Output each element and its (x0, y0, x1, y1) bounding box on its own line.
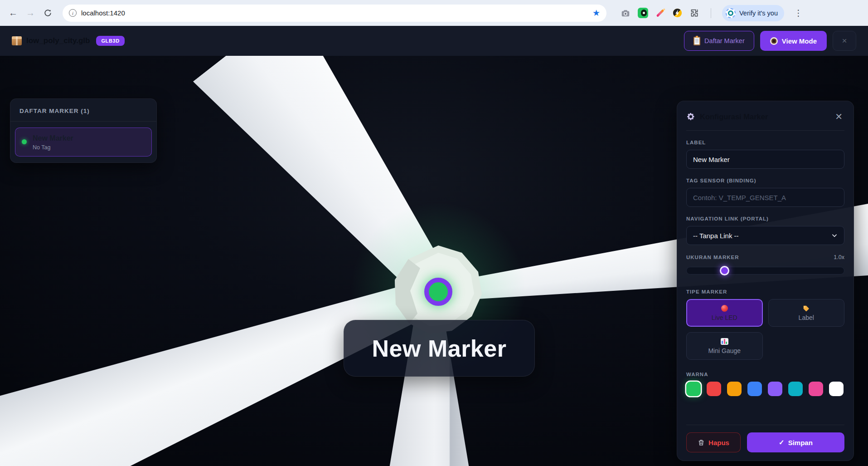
lightning-icon (672, 8, 683, 18)
camera-icon (621, 8, 630, 18)
header-close-button[interactable]: × (833, 31, 856, 51)
tag-sensor-input[interactable] (686, 188, 844, 207)
color-swatch-4[interactable] (768, 382, 782, 396)
navigation-link-value: -- Tanpa Link -- (693, 232, 739, 240)
camera-extension-icon[interactable] (620, 8, 631, 19)
color-swatch-5[interactable] (788, 382, 803, 396)
back-button[interactable]: ← (5, 5, 21, 21)
header-actions: Daftar Marker View Mode × (684, 31, 856, 51)
trash-icon (698, 439, 705, 446)
marker-list-item[interactable]: New Marker No Tag (15, 128, 152, 157)
nav-field-label: NAVIGATION LINK (PORTAL) (686, 216, 844, 221)
forward-button[interactable]: → (23, 5, 38, 21)
marker-config-panel: Konfigurasi Marker ✕ LABEL TAG SENSOR (B… (677, 101, 854, 461)
color-swatch-6[interactable] (809, 382, 823, 396)
green-extension-glyph (638, 8, 648, 18)
profile-avatar-icon (726, 8, 736, 18)
site-info-icon[interactable]: i (69, 9, 77, 17)
extensions-area: Verify it's you ⋮ (620, 5, 806, 21)
view-mode-label: View Mode (782, 37, 817, 45)
color-swatch-1[interactable] (707, 382, 721, 396)
type-live-led-label: Live LED (712, 314, 737, 321)
delete-button[interactable]: Hapus (686, 432, 741, 452)
type-grid: Live LED Label Mini Gauge (686, 299, 844, 360)
check-icon: ✓ (779, 438, 785, 446)
marker-item-name: New Marker (33, 133, 73, 143)
marker-list-panel: DAFTAR MARKER (1) New Marker No Tag (10, 98, 157, 163)
type-field-label: TIPE MARKER (686, 289, 844, 294)
save-label: Simpan (788, 439, 813, 446)
config-title: Konfigurasi Marker (700, 113, 829, 121)
browser-menu-button[interactable]: ⋮ (790, 8, 806, 18)
app-title: low_poly_city.glb (26, 36, 90, 45)
marker-item-texts: New Marker No Tag (33, 133, 73, 151)
type-button-label[interactable]: Label (768, 299, 845, 327)
verify-profile-button[interactable]: Verify it's you (722, 5, 784, 21)
marker-status-dot (22, 139, 27, 144)
type-button-mini-gauge[interactable]: Mini Gauge (686, 332, 763, 360)
led-icon (721, 305, 728, 312)
bookmark-star-icon[interactable]: ★ (592, 8, 600, 18)
daftar-marker-label: Daftar Marker (704, 37, 745, 44)
config-header: Konfigurasi Marker ✕ (686, 110, 844, 131)
type-label-label: Label (799, 314, 814, 321)
size-row: UKURAN MARKER 1.0x (686, 254, 844, 260)
marker-item-tag: No Tag (33, 144, 73, 151)
marker-tooltip-text: New Marker (372, 335, 507, 362)
pen-extension-icon[interactable] (655, 8, 665, 19)
config-footer: Hapus ✓ Simpan (686, 425, 844, 452)
gear-icon (686, 112, 695, 121)
refresh-icon (44, 9, 52, 17)
navigation-link-select[interactable]: -- Tanpa Link -- (686, 226, 844, 245)
delete-label: Hapus (708, 439, 729, 446)
type-button-live-led[interactable]: Live LED (686, 299, 763, 327)
lightning-extension-icon[interactable] (672, 8, 683, 19)
tag-field-label: TAG SENSOR (BINDING) (686, 178, 844, 183)
size-value: 1.0x (834, 254, 844, 260)
glb3d-badge: GLB3D (96, 36, 124, 46)
clipboard-icon (693, 37, 700, 45)
gauge-icon (721, 338, 728, 345)
toolbar-separator (711, 8, 711, 18)
size-slider-thumb[interactable] (720, 266, 729, 275)
refresh-button[interactable] (40, 5, 55, 21)
view-mode-button[interactable]: View Mode (760, 31, 827, 51)
browser-toolbar: ← → i localhost:1420 ★ (0, 0, 868, 26)
extensions-menu-button[interactable] (689, 8, 700, 19)
green-extension-icon[interactable] (637, 8, 648, 19)
chevron-down-icon (831, 232, 838, 239)
label-field-label: LABEL (686, 140, 844, 145)
url-bar[interactable]: i localhost:1420 ★ (63, 5, 606, 22)
type-mini-gauge-label: Mini Gauge (708, 347, 741, 354)
verify-label: Verify it's you (739, 10, 778, 17)
url-text[interactable]: localhost:1420 (81, 9, 588, 17)
save-button[interactable]: ✓ Simpan (747, 432, 844, 452)
puzzle-icon (690, 8, 699, 18)
marker-list-title: DAFTAR MARKER (1) (10, 99, 156, 122)
marker-tooltip: New Marker (344, 320, 535, 377)
config-close-button[interactable]: ✕ (833, 110, 844, 123)
color-swatch-3[interactable] (747, 382, 762, 396)
color-swatch-7[interactable] (829, 382, 844, 396)
color-field-label: WARNA (686, 372, 844, 377)
tag-icon (803, 305, 810, 312)
eye-icon (770, 37, 778, 45)
color-swatch-2[interactable] (727, 382, 742, 396)
color-swatches (686, 382, 844, 396)
label-input[interactable] (686, 150, 844, 169)
size-slider[interactable] (686, 267, 844, 275)
scene-marker[interactable] (424, 278, 452, 306)
color-swatch-0[interactable] (686, 382, 701, 396)
screen: ← → i localhost:1420 ★ (0, 0, 868, 466)
app-header: low_poly_city.glb GLB3D Daftar Marker Vi… (0, 26, 868, 56)
package-icon (12, 36, 22, 45)
pen-icon (656, 9, 664, 17)
size-field-label: UKURAN MARKER (686, 255, 739, 260)
daftar-marker-button[interactable]: Daftar Marker (684, 31, 754, 51)
